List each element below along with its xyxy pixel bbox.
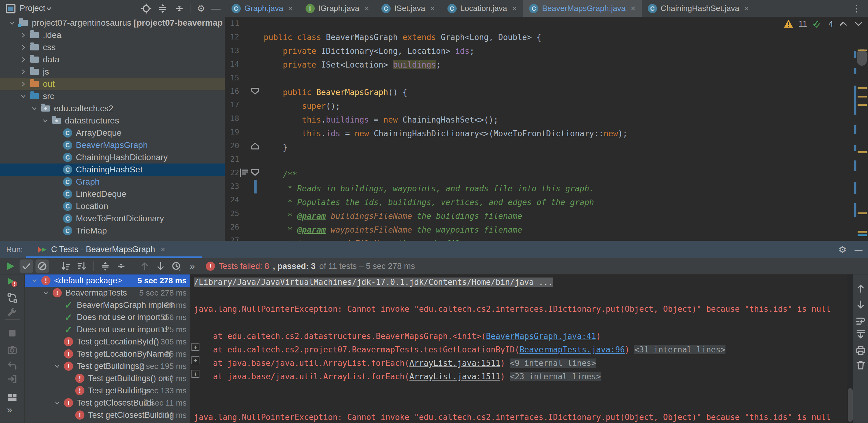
tree-item-ArrayDeque[interactable]: CArrayDeque: [0, 127, 225, 139]
more-icon[interactable]: »: [186, 259, 199, 273]
chevron-right-icon[interactable]: [18, 78, 29, 90]
softwrap-icon[interactable]: [856, 316, 866, 326]
sort-alpha-icon[interactable]: [59, 259, 72, 273]
chevron-down-icon[interactable]: [29, 103, 40, 114]
next-failed-icon[interactable]: [155, 261, 166, 271]
editor-tab-Location.java[interactable]: CLocation.java×: [441, 0, 523, 17]
test-row-Test getClosestBuilding[interactable]: !Test getClosestBuilding19 ms: [25, 409, 190, 421]
tree-item-LinkedDeque[interactable]: CLinkedDeque: [0, 188, 225, 200]
dump-icon[interactable]: [7, 361, 18, 371]
close-icon[interactable]: ×: [364, 4, 369, 13]
close-icon[interactable]: ×: [631, 4, 636, 13]
fold-plus-icon[interactable]: +: [191, 343, 199, 351]
down-icon[interactable]: [856, 299, 866, 310]
editor-tab-ChainingHashSet.java[interactable]: CChainingHashSet.java×: [642, 0, 755, 17]
autotest-icon[interactable]: [7, 293, 18, 303]
run-console[interactable]: /Library/Java/JavaVirtualMachines/jdk-17…: [190, 274, 847, 423]
test-row-<default package>[interactable]: !<default package>5 sec 278 ms: [25, 274, 190, 287]
expand-all-icon[interactable]: [98, 259, 112, 273]
editor-tab-Graph.java[interactable]: CGraph.java×: [225, 0, 300, 17]
editor-tab-IGraph.java[interactable]: IIGraph.java×: [300, 0, 376, 17]
locate-icon[interactable]: [141, 3, 151, 14]
sort-list-icon[interactable]: [76, 261, 87, 271]
console-scrollbar[interactable]: [847, 274, 853, 423]
stack-trace-link[interactable]: BeaverMapsGraph.java:41: [486, 332, 596, 341]
collapse-all-icon[interactable]: [114, 259, 128, 273]
fold-open-icon[interactable]: [250, 86, 260, 97]
stack-trace-link[interactable]: BeavermapTests.java:96: [519, 345, 624, 354]
chevron-down-icon[interactable]: [18, 91, 29, 102]
tree-item-Location[interactable]: CLocation: [0, 200, 225, 213]
chevron-down-icon[interactable]: [52, 397, 63, 408]
chevron-right-icon[interactable]: [18, 42, 29, 53]
softwrap-icon[interactable]: [856, 316, 866, 326]
tree-item-src[interactable]: src: [0, 90, 225, 102]
chevron-down-icon[interactable]: [52, 361, 63, 372]
test-row-BeavermapTests[interactable]: !BeavermapTests5 sec 278 ms: [25, 287, 190, 299]
prev-failed-icon[interactable]: [140, 261, 150, 271]
trash-icon[interactable]: [856, 360, 866, 370]
expand-all-icon[interactable]: [100, 261, 111, 271]
collapse-all-icon[interactable]: [174, 3, 184, 14]
warning-icon[interactable]: [783, 19, 794, 29]
tree-item-ChainingHashDictionary[interactable]: CChainingHashDictionary: [0, 151, 225, 164]
print-icon[interactable]: [856, 345, 866, 356]
tree-item-edu.caltech.cs2[interactable]: edu.caltech.cs2: [0, 102, 225, 115]
tree-item-js[interactable]: js: [0, 66, 225, 78]
show-passed-icon[interactable]: [21, 261, 31, 271]
exit-icon[interactable]: [7, 374, 18, 384]
tree-item-datastructures[interactable]: datastructures: [0, 115, 225, 127]
nav-up-icon[interactable]: [838, 19, 848, 29]
settings-icon[interactable]: ⚙: [838, 245, 846, 254]
tree-item-out[interactable]: out: [0, 78, 225, 90]
tree-item-project07-argentinosaurus[interactable]: project07-argentinosaurus [project07-bea…: [0, 17, 225, 29]
close-icon[interactable]: ×: [744, 4, 749, 13]
editor-code[interactable]: public class BeaverMapsGraph extends Gra…: [264, 17, 853, 241]
next-failed-icon[interactable]: [154, 259, 167, 273]
hide-icon[interactable]: —: [211, 4, 220, 13]
fold-close-icon[interactable]: [250, 140, 260, 151]
chevron-right-icon[interactable]: [18, 30, 29, 41]
test-row-Test getLocationByName([interactable]: !Test getLocationByName(26 ms: [25, 348, 190, 360]
fold-plus-icon[interactable]: +: [191, 356, 199, 364]
camera-icon[interactable]: [7, 345, 18, 355]
history-icon[interactable]: [171, 261, 182, 271]
test-row-Test getLocationById()[interactable]: !Test getLocationById()305 ms: [25, 335, 190, 348]
test-row-Test getBuildings()[interactable]: !Test getBuildings()2 sec 195 ms: [25, 360, 190, 372]
tree-item-MoveToFrontDictionary[interactable]: CMoveToFrontDictionary: [0, 213, 225, 225]
show-ignored-icon[interactable]: [35, 259, 49, 273]
up-icon[interactable]: [856, 283, 866, 294]
editor-scrollbar-thumb[interactable]: [857, 49, 867, 66]
project-tool-title[interactable]: Project: [20, 4, 45, 13]
layout-icon[interactable]: [7, 392, 18, 402]
close-icon[interactable]: ×: [512, 4, 517, 13]
tree-item-data[interactable]: data: [0, 54, 225, 66]
stop-icon[interactable]: [7, 328, 18, 338]
rerun-failed-icon[interactable]: [7, 276, 18, 287]
autotest-icon[interactable]: [7, 293, 18, 303]
test-row-Does not use or import d[interactable]: ✓Does not use or import d556 ms: [25, 311, 190, 323]
editor-scrollbar-markers[interactable]: [853, 17, 868, 241]
wrench-icon[interactable]: [7, 307, 18, 318]
show-passed-icon[interactable]: [20, 259, 33, 273]
down-icon[interactable]: [856, 299, 866, 310]
prev-failed-icon[interactable]: [138, 259, 151, 273]
trash-icon[interactable]: [856, 360, 866, 370]
test-row-Test getBuildings[interactable]: !Test getBuildings2 sec 133 ms: [25, 385, 190, 397]
close-icon[interactable]: ×: [288, 4, 293, 13]
exit-icon[interactable]: [7, 374, 18, 384]
hide-icon[interactable]: —: [855, 246, 863, 254]
tree-item-css[interactable]: css: [0, 41, 225, 54]
history-icon[interactable]: [170, 259, 183, 273]
tree-item-ChainingHashSet[interactable]: CChainingHashSet: [0, 164, 225, 176]
show-ignored-icon[interactable]: [37, 261, 48, 271]
settings-icon[interactable]: ⚙: [197, 4, 205, 13]
dump-icon[interactable]: [7, 361, 18, 371]
sort-list-icon[interactable]: [75, 259, 88, 273]
tree-item-TrieMap[interactable]: CTrieMap: [0, 225, 225, 237]
stop-icon[interactable]: [7, 328, 18, 338]
run-config-tab[interactable]: C Tests - BeaverMapsGraph ×: [34, 241, 168, 258]
chevron-down-icon[interactable]: [7, 18, 18, 28]
code-editor[interactable]: 1112131415161718192021222324252627 publi…: [225, 17, 868, 241]
test-row-BeaverMapsGraph implem[interactable]: ✓BeaverMapsGraph implem29 ms: [25, 299, 190, 311]
